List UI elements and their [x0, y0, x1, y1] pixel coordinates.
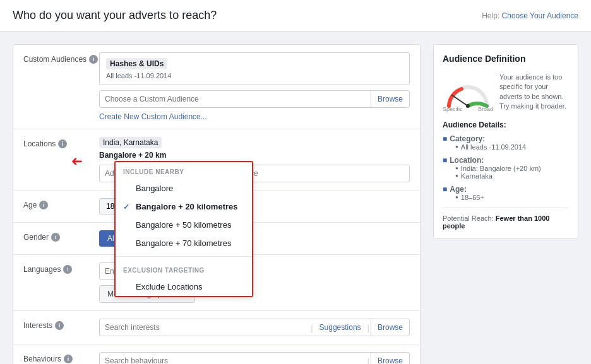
- small-bullet-loc2: ●: [455, 173, 458, 179]
- gender-info-icon[interactable]: i: [51, 233, 60, 242]
- no-check-icon-50: [123, 221, 132, 230]
- include-nearby-header: INCLUDE NEARBY: [116, 162, 252, 179]
- bullet-category: ■: [443, 134, 447, 143]
- help-prefix: Help:: [482, 11, 501, 20]
- detail-category-value: ● All leads -11.09.2014: [443, 143, 569, 151]
- interests-divider: |: [309, 323, 314, 332]
- help-link[interactable]: Choose Your Audience: [502, 11, 578, 20]
- check-icon: ✓: [123, 203, 132, 211]
- detail-location-section: ■ Location: ● India: Bangalore (+20 km) …: [443, 156, 569, 180]
- behaviours-row: Behaviours i | Browse: [13, 344, 420, 364]
- gauge-svg: [443, 78, 493, 109]
- interests-suggestions-btn[interactable]: Suggestions: [314, 319, 366, 336]
- audience-definition-title: Audience Definition: [443, 54, 569, 64]
- svg-line-0: [452, 95, 468, 106]
- interests-search-input[interactable]: [100, 319, 309, 336]
- small-bullet-category: ●: [455, 144, 458, 150]
- bullet-age: ■: [443, 185, 447, 194]
- custom-audience-browse-btn[interactable]: Browse: [371, 91, 409, 107]
- behaviours-divider: |: [366, 356, 371, 365]
- languages-info-icon[interactable]: i: [63, 265, 72, 274]
- custom-audiences-label: Custom Audiences i: [23, 52, 99, 64]
- small-bullet-loc1: ●: [455, 165, 458, 171]
- locations-content: India, Karnataka Bangalore + 20 km INCLU…: [99, 137, 410, 182]
- custom-audiences-row: Custom Audiences i Hashes & UIDs All lea…: [13, 45, 420, 129]
- dropdown-item-bangalore-50-label: Bangalore + 50 kilometres: [136, 220, 231, 230]
- dropdown-item-exclude-locations[interactable]: Exclude Locations: [116, 278, 252, 296]
- gauge-container: Specific Broad Your audience is too spec…: [443, 73, 569, 112]
- interests-search-row: | Suggestions | Browse: [99, 319, 410, 336]
- behaviours-search-row: | Browse: [99, 352, 410, 364]
- locations-arrow-icon: ➜: [71, 153, 83, 170]
- audience-definition-panel: Audience Definition: [433, 44, 578, 239]
- behaviours-browse-btn[interactable]: Browse: [371, 353, 409, 364]
- gender-label: Gender i: [23, 230, 99, 242]
- interests-content: | Suggestions | Browse: [99, 319, 410, 336]
- interests-divider2: |: [366, 323, 371, 332]
- choose-audience-row: Browse: [99, 90, 410, 108]
- dropdown-item-bangalore-label: Bangalore: [136, 184, 173, 193]
- locations-row: ➜ Locations i India, Karnataka Bangalore…: [13, 129, 420, 191]
- detail-age-value: ● 18–65+: [443, 194, 569, 201]
- svg-point-1: [466, 104, 470, 108]
- dropdown-item-bangalore-20[interactable]: ✓ Bangalore + 20 kilometres: [116, 197, 252, 216]
- detail-age-label: ■ Age:: [443, 185, 569, 194]
- detail-location-value2: ● Karnataka: [443, 172, 569, 180]
- create-new-audience-link[interactable]: Create New Custom Audience...: [99, 112, 207, 121]
- gauge-broad-label: Broad: [478, 106, 493, 112]
- dropdown-divider: [116, 256, 252, 257]
- locations-info-icon[interactable]: i: [58, 139, 67, 148]
- location-detail: Bangalore + 20 km: [99, 151, 410, 160]
- gauge-specific-label: Specific: [443, 106, 463, 112]
- help-section: Help: Choose Your Audience: [482, 11, 578, 20]
- audience-details-title: Audience Details:: [443, 120, 569, 129]
- location-dropdown: INCLUDE NEARBY Bangalore ✓ Bangalore + 2…: [114, 161, 253, 297]
- custom-audiences-info-icon[interactable]: i: [89, 55, 98, 64]
- no-check-icon-exclude: [123, 283, 132, 291]
- dropdown-item-bangalore-70-label: Bangalore + 70 kilometres: [136, 238, 231, 248]
- custom-audience-box: Hashes & UIDs All leads -11.09.2014: [99, 52, 410, 85]
- bullet-location: ■: [443, 156, 447, 165]
- custom-audiences-content: Hashes & UIDs All leads -11.09.2014 Brow…: [99, 52, 410, 121]
- no-check-icon-70: [123, 239, 132, 248]
- detail-location-value1: ● India: Bangalore (+20 km): [443, 165, 569, 172]
- gauge-wrap: Specific Broad: [443, 78, 493, 106]
- age-label: Age i: [23, 198, 99, 209]
- locations-label: Locations i: [23, 137, 99, 148]
- gauge-description: Your audience is too specific for your a…: [499, 73, 569, 112]
- interests-info-icon[interactable]: i: [55, 321, 64, 330]
- location-country-tag: India, Karnataka: [99, 137, 162, 148]
- behaviours-label: Behaviours i: [23, 352, 99, 363]
- small-bullet-age: ●: [455, 194, 458, 200]
- age-info-icon[interactable]: i: [39, 201, 48, 209]
- no-check-icon: [123, 184, 132, 193]
- behaviours-info-icon[interactable]: i: [64, 355, 73, 363]
- choose-audience-input[interactable]: [100, 91, 371, 107]
- detail-category-section: ■ Category: ● All leads -11.09.2014: [443, 134, 569, 151]
- dropdown-item-bangalore-20-label: Bangalore + 20 kilometres: [136, 202, 238, 211]
- exclude-locations-label: Exclude Locations: [136, 282, 203, 291]
- detail-location-label: ■ Location:: [443, 156, 569, 165]
- interests-row: Interests i | Suggestions | Browse: [13, 311, 420, 344]
- languages-label: Languages i: [23, 262, 99, 274]
- audience-tag-sub: All leads -11.09.2014: [106, 72, 403, 79]
- behaviours-content: | Browse: [99, 352, 410, 364]
- audience-tag-title: Hashes & UIDs: [110, 59, 164, 68]
- behaviours-search-input[interactable]: [100, 353, 366, 364]
- interests-label: Interests i: [23, 319, 99, 330]
- page-header: Who do you want your adverts to reach? H…: [0, 0, 591, 32]
- dropdown-item-bangalore-50[interactable]: Bangalore + 50 kilometres: [116, 216, 252, 234]
- audience-tag: Hashes & UIDs: [106, 58, 167, 69]
- dropdown-item-bangalore-70[interactable]: Bangalore + 70 kilometres: [116, 234, 252, 252]
- potential-reach: Potential Reach: Fewer than 1000 people: [443, 208, 569, 230]
- exclusion-targeting-header: EXCLUSION TARGETING: [116, 261, 252, 278]
- form-panel: Custom Audiences i Hashes & UIDs All lea…: [13, 44, 421, 364]
- potential-reach-label: Potential Reach:: [443, 214, 494, 222]
- dropdown-item-bangalore[interactable]: Bangalore: [116, 179, 252, 197]
- detail-age-section: ■ Age: ● 18–65+: [443, 185, 569, 201]
- interests-browse-btn[interactable]: Browse: [371, 319, 409, 336]
- right-panel: Audience Definition: [433, 44, 578, 364]
- detail-category-label: ■ Category:: [443, 134, 569, 143]
- page-title: Who do you want your adverts to reach?: [13, 9, 217, 22]
